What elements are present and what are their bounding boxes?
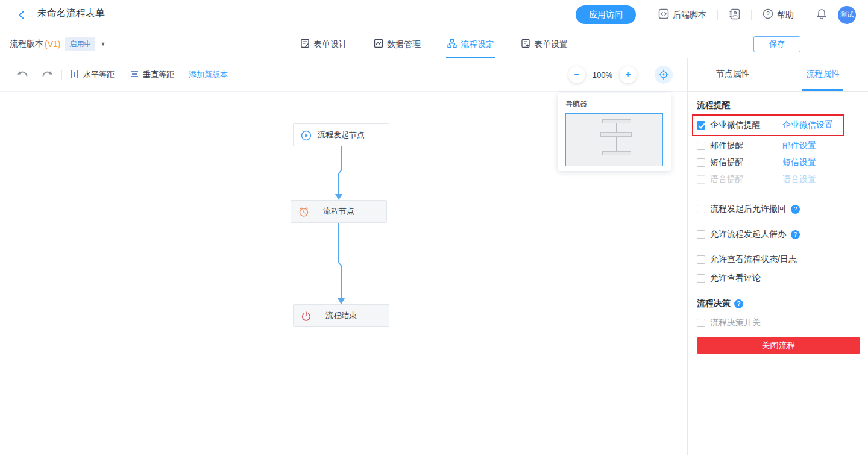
decision-switch-checkbox[interactable] bbox=[697, 319, 705, 327]
svg-text:?: ? bbox=[766, 11, 770, 17]
close-flow-button[interactable]: 关闭流程 bbox=[697, 337, 860, 354]
notifications-button[interactable] bbox=[816, 8, 827, 22]
option-label: 允许流程发起人催办 bbox=[710, 229, 786, 240]
contacts-button[interactable] bbox=[729, 8, 740, 22]
backend-script-label: 后端脚本 bbox=[673, 10, 706, 20]
horizontal-spacing-label: 水平等距 bbox=[83, 69, 115, 80]
main-tab-bar: 表单设计 数据管理 流程设定 表单设置 bbox=[287, 30, 581, 58]
tab-form-design[interactable]: 表单设计 bbox=[299, 30, 348, 58]
wechat-settings-link[interactable]: 企业微信设置 bbox=[782, 120, 833, 131]
option-row-urge: 允许流程发起人催办 ? bbox=[697, 229, 860, 240]
option-label: 允许查看评论 bbox=[710, 273, 761, 284]
properties-sidebar: 节点属性 流程属性 流程提醒 企业微信提醒 企业微信设置 邮件提醒 邮件设置 bbox=[687, 58, 868, 455]
flow-node-middle[interactable]: 流程节点 bbox=[291, 200, 387, 223]
option-row-view-status: 允许查看流程状态/日志 bbox=[697, 254, 860, 265]
navigator-title: 导航器 bbox=[565, 99, 663, 109]
voice-reminder-checkbox bbox=[697, 175, 705, 184]
view-comments-checkbox[interactable] bbox=[697, 274, 705, 283]
version-group: 流程版本 (V1) 启用中 ▼ bbox=[10, 37, 105, 51]
reminder-row-email: 邮件提醒 邮件设置 bbox=[697, 137, 860, 154]
help-label: 帮助 bbox=[777, 10, 794, 20]
flow-canvas: 水平等距 垂直等距 添加新版本 − 100% + bbox=[0, 58, 687, 455]
allow-withdraw-checkbox[interactable] bbox=[697, 205, 705, 213]
help-question-icon[interactable]: ? bbox=[734, 299, 743, 308]
divider bbox=[805, 10, 805, 20]
sms-settings-link[interactable]: 短信设置 bbox=[782, 157, 816, 168]
back-icon[interactable] bbox=[14, 8, 29, 22]
reminder-row-voice: 语音提醒 语音设置 bbox=[697, 171, 860, 188]
horizontal-spacing-button[interactable]: 水平等距 bbox=[71, 69, 115, 80]
reminder-row-sms: 短信提醒 短信设置 bbox=[697, 154, 860, 171]
option-label: 允许查看流程状态/日志 bbox=[710, 254, 797, 265]
tab-label: 表单设计 bbox=[313, 39, 347, 50]
minimap-node bbox=[602, 119, 631, 123]
option-row-view-comments: 允许查看评论 bbox=[697, 273, 860, 284]
flow-node-start[interactable]: 流程发起节点 bbox=[293, 123, 389, 146]
tab-flow-settings[interactable]: 流程设定 bbox=[446, 30, 495, 58]
help-button[interactable]: ? 帮助 bbox=[763, 8, 794, 21]
email-settings-link[interactable]: 邮件设置 bbox=[782, 140, 816, 151]
tab-node-properties[interactable]: 节点属性 bbox=[688, 58, 778, 91]
redo-icon[interactable] bbox=[41, 70, 53, 80]
tab-data-management[interactable]: 数据管理 bbox=[373, 30, 422, 58]
address-book-icon bbox=[729, 8, 740, 22]
form-design-icon bbox=[300, 39, 310, 50]
help-question-icon[interactable]: ? bbox=[791, 230, 800, 239]
flow-node-end[interactable]: 流程结束 bbox=[293, 304, 389, 327]
bell-icon bbox=[816, 8, 827, 22]
page-title[interactable]: 未命名流程表单 bbox=[37, 7, 105, 22]
locate-target-button[interactable] bbox=[655, 66, 673, 84]
save-button[interactable]: 保存 bbox=[753, 36, 800, 52]
decision-title-label: 流程决策 bbox=[697, 298, 731, 309]
avatar[interactable]: 测试 bbox=[838, 6, 856, 24]
voice-settings-link: 语音设置 bbox=[782, 174, 816, 185]
divider bbox=[61, 70, 62, 80]
flow-node-label: 流程节点 bbox=[323, 206, 354, 217]
allow-urge-checkbox[interactable] bbox=[697, 230, 705, 239]
divider bbox=[647, 10, 647, 20]
add-version-link[interactable]: 添加新版本 bbox=[189, 69, 228, 80]
tab-form-settings[interactable]: 表单设置 bbox=[520, 30, 569, 58]
vertical-spacing-label: 垂直等距 bbox=[143, 69, 174, 80]
code-icon bbox=[658, 8, 669, 21]
canvas-body[interactable]: 流程发起节点 流程节点 流程结束 导航器 bbox=[0, 92, 687, 455]
undo-icon[interactable] bbox=[17, 70, 29, 80]
flow-node-label: 流程发起节点 bbox=[318, 130, 365, 140]
zoom-in-button[interactable]: + bbox=[620, 66, 637, 83]
tab-label: 数据管理 bbox=[387, 39, 421, 50]
help-question-icon[interactable]: ? bbox=[791, 205, 800, 214]
tab-label: 流程设定 bbox=[461, 39, 494, 50]
backend-script-button[interactable]: 后端脚本 bbox=[658, 8, 706, 21]
minimap-node bbox=[602, 151, 631, 155]
option-label: 流程决策开关 bbox=[710, 317, 761, 328]
crosshair-icon bbox=[658, 69, 669, 80]
view-status-checkbox[interactable] bbox=[697, 255, 705, 264]
tab-label: 节点属性 bbox=[712, 58, 753, 91]
power-icon bbox=[301, 311, 312, 322]
app-header: 未命名流程表单 应用访问 后端脚本 ? 帮助 测试 bbox=[0, 0, 868, 30]
chevron-down-icon[interactable]: ▼ bbox=[100, 41, 105, 47]
tab-label: 表单设置 bbox=[534, 39, 568, 50]
wechat-reminder-checkbox[interactable] bbox=[697, 121, 705, 130]
highlight-red-box: 企业微信提醒 企业微信设置 bbox=[692, 114, 844, 136]
sidebar-tab-bar: 节点属性 流程属性 bbox=[688, 58, 868, 92]
data-chart-icon bbox=[374, 39, 383, 50]
minimap-node bbox=[600, 132, 632, 137]
flow-node-label: 流程结束 bbox=[326, 310, 357, 321]
version-label: 流程版本 bbox=[10, 39, 43, 49]
decision-section-title: 流程决策 ? bbox=[697, 298, 860, 309]
tab-flow-properties[interactable]: 流程属性 bbox=[778, 58, 868, 91]
sms-reminder-checkbox[interactable] bbox=[697, 158, 705, 167]
zoom-out-button[interactable]: − bbox=[568, 66, 585, 83]
vertical-spacing-icon bbox=[130, 70, 139, 80]
reminder-label: 语音提醒 bbox=[710, 174, 782, 185]
minimap-connector bbox=[616, 137, 617, 151]
zoom-level: 100% bbox=[593, 70, 612, 80]
reminder-row-wechat: 企业微信提醒 企业微信设置 bbox=[697, 117, 840, 134]
option-row-decision-switch: 流程决策开关 bbox=[697, 317, 860, 328]
divider bbox=[751, 10, 752, 20]
vertical-spacing-button[interactable]: 垂直等距 bbox=[130, 69, 174, 80]
email-reminder-checkbox[interactable] bbox=[697, 142, 705, 150]
navigator-minimap[interactable] bbox=[565, 113, 663, 166]
app-access-button[interactable]: 应用访问 bbox=[576, 5, 636, 24]
